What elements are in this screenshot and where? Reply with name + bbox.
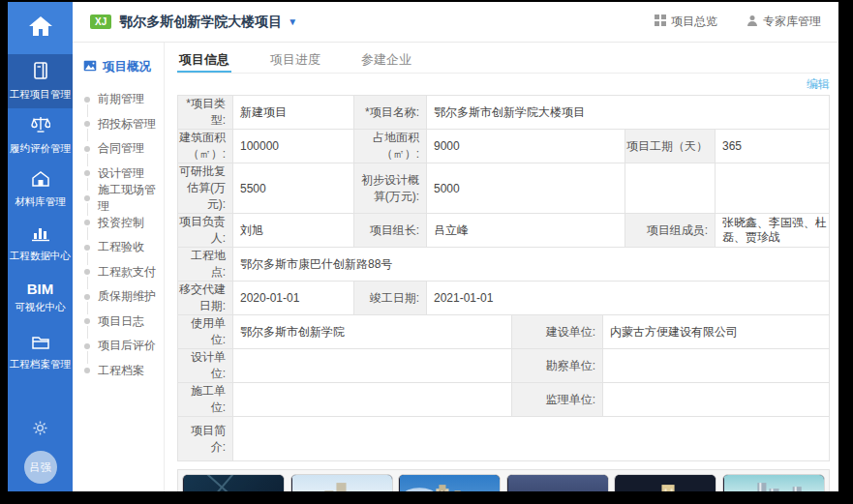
field-label: 工程地点: <box>178 248 233 282</box>
warehouse-icon <box>31 170 50 192</box>
project-photo-3[interactable] <box>398 474 501 491</box>
main-content: 项目信息 项目进度 参建企业 编辑 *项目类型: 新建项目 *项目名称: 鄂尔多… <box>165 43 830 491</box>
field-label: 使用单位: <box>178 315 233 349</box>
sidebar-item-label: 工程档案管理 <box>10 358 71 371</box>
submenu-label: 质保期维护 <box>98 288 156 305</box>
project-photo-strip <box>177 469 830 491</box>
field-value: 鄂尔多斯市康巴什创新路88号 <box>233 248 830 282</box>
field-value: 5500 <box>233 163 354 214</box>
project-info-table: *项目类型: 新建项目 *项目名称: 鄂尔多斯市创新学院大楼项目 建筑面积（㎡）… <box>177 95 830 461</box>
settings-gear-icon[interactable] <box>33 421 47 439</box>
field-label: 移交代建日期: <box>178 282 233 315</box>
field-value: 新建项目 <box>233 96 354 130</box>
table-row: 建筑面积（㎡）: 100000 占地面积（㎡）: 9000 项目工期（天） 36… <box>178 130 830 163</box>
field-value: 张晓鑫、李国强、杜磊、贾珍战 <box>716 214 830 248</box>
project-title[interactable]: 鄂尔多斯创新学院大楼项目 <box>119 14 282 31</box>
sidebar-item-label: 材料库管理 <box>15 195 66 209</box>
field-value <box>233 349 512 383</box>
nav-project-overview[interactable]: 项目总览 <box>655 14 717 30</box>
table-row: 项目负责人: 刘旭 项目组长: 吕立峰 项目组成员: 张晓鑫、李国强、杜磊、贾珍… <box>178 214 830 248</box>
secondary-sidebar: 项目概况 前期管理 招投标管理 合同管理 设计管理 施工现场管理 投资控制 工程… <box>73 43 165 491</box>
sidebar-item-bim-center[interactable]: BIM 可视化中心 <box>8 271 73 325</box>
folder-icon <box>31 334 50 354</box>
bullet-icon <box>84 294 90 300</box>
table-row: 项目简介: <box>178 417 830 461</box>
field-label: 项目组成员: <box>625 214 716 248</box>
chevron-down-icon[interactable]: ▼ <box>288 16 297 27</box>
field-value: 2021-01-01 <box>427 282 830 315</box>
submenu-label: 投资控制 <box>98 215 144 231</box>
bullet-icon <box>84 368 90 373</box>
field-label: 项目工期（天） <box>625 130 716 163</box>
primary-sidebar: 工程项目管理 履约评价管理 材料库管理 工程数据中心 BIM 可视化中心 <box>8 2 73 491</box>
bullet-icon <box>84 170 90 176</box>
tab-project-progress[interactable]: 项目进度 <box>268 48 322 73</box>
scales-icon <box>31 115 50 138</box>
field-value: 365 <box>716 130 830 163</box>
submenu-label: 项目后评价 <box>98 338 156 354</box>
bullet-icon <box>84 195 90 201</box>
sidebar-item-performance-eval[interactable]: 履约评价管理 <box>8 108 73 163</box>
field-label: 建筑面积（㎡）: <box>178 130 233 163</box>
home-button[interactable] <box>8 2 73 54</box>
tab-bar: 项目信息 项目进度 参建企业 <box>177 48 830 74</box>
submenu-header-label: 项目概况 <box>103 59 151 75</box>
bim-text: BIM <box>27 282 54 298</box>
sidebar-item-label: 工程项目管理 <box>10 88 71 102</box>
edit-button[interactable]: 编辑 <box>807 76 830 93</box>
submenu-label: 合同管理 <box>98 140 144 157</box>
field-value <box>233 417 830 461</box>
field-value: 2020-01-01 <box>233 282 354 315</box>
field-label: 项目负责人: <box>178 214 233 248</box>
table-row: 设计单位: 勘察单位: <box>178 349 830 383</box>
tab-project-info[interactable]: 项目信息 <box>177 48 231 73</box>
bullet-icon <box>84 269 90 275</box>
sidebar-item-label: 履约评价管理 <box>10 142 71 156</box>
field-value <box>603 349 830 383</box>
field-label: 监理单位: <box>512 383 603 417</box>
project-photo-4[interactable] <box>506 474 609 491</box>
grid-icon <box>655 15 666 29</box>
field-value <box>716 163 830 214</box>
sidebar-item-data-center[interactable]: 工程数据中心 <box>8 217 73 271</box>
field-label: *项目类型: <box>178 96 233 130</box>
project-photo-6[interactable] <box>722 474 825 491</box>
field-label: 建设单位: <box>512 315 603 349</box>
field-label: 项目组长: <box>354 214 427 248</box>
field-value <box>233 383 512 417</box>
person-icon <box>746 15 758 29</box>
field-value: 吕立峰 <box>427 214 625 248</box>
sidebar-item-project-mgmt[interactable]: 工程项目管理 <box>8 54 73 108</box>
field-value: 5000 <box>427 163 625 214</box>
sidebar-item-material-library[interactable]: 材料库管理 <box>8 163 73 217</box>
field-label: 施工单位: <box>178 383 233 417</box>
sidebar-footer: 吕强 <box>8 421 73 484</box>
submenu-label: 工程档案 <box>98 363 144 379</box>
project-photo-1[interactable] <box>182 474 285 491</box>
table-row: 使用单位: 鄂尔多斯市创新学院 建设单位: 内蒙古方便建设有限公司 <box>178 315 830 349</box>
field-value: 鄂尔多斯市创新学院 <box>233 315 512 349</box>
edit-row: 编辑 <box>177 74 830 95</box>
sidebar-item-archives[interactable]: 工程档案管理 <box>8 325 73 379</box>
submenu-label: 前期管理 <box>98 91 144 107</box>
user-avatar[interactable]: 吕强 <box>24 451 57 484</box>
submenu-item-archive[interactable]: 工程档案 <box>73 359 164 384</box>
nav-expert-library[interactable]: 专家库管理 <box>746 14 821 30</box>
field-value: 100000 <box>233 130 354 163</box>
field-value: 内蒙古方便建设有限公司 <box>603 315 830 349</box>
field-label: 占地面积（㎡）: <box>354 130 427 163</box>
project-photo-5[interactable] <box>614 474 716 491</box>
bullet-icon <box>84 146 90 152</box>
submenu-item-overview[interactable]: 项目概况 <box>73 43 164 87</box>
home-icon <box>28 15 53 42</box>
picture-icon <box>83 60 97 74</box>
project-photo-2[interactable] <box>290 474 393 491</box>
header-nav: 项目总览 专家库管理 <box>655 14 821 30</box>
sidebar-item-label: 可视化中心 <box>15 301 66 314</box>
table-row: 可研批复估算(万元): 5500 初步设计概算(万元): 5000 <box>178 163 830 214</box>
tab-participating-companies[interactable]: 参建企业 <box>359 48 413 73</box>
submenu-label: 工程款支付 <box>98 264 156 281</box>
bullet-icon <box>84 220 90 225</box>
field-label: 初步设计概算(万元): <box>354 163 427 214</box>
field-value: 9000 <box>427 130 625 163</box>
